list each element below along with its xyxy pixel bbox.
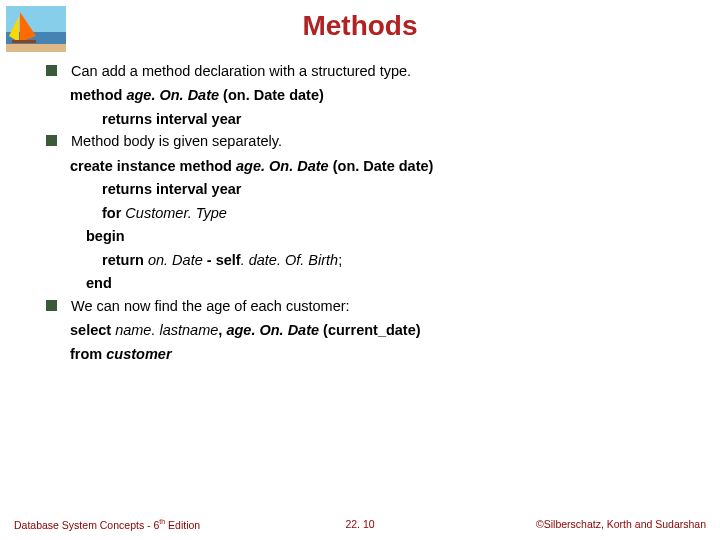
square-bullet-icon <box>46 300 57 311</box>
bullet-text: Can add a method declaration with a stru… <box>71 60 411 82</box>
punct: ; <box>338 252 342 268</box>
logo-image <box>6 6 66 52</box>
kw: for <box>102 205 125 221</box>
footer-text: Edition <box>165 518 200 530</box>
footer-copyright: ©Silberschatz, Korth and Sudarshan <box>375 518 706 530</box>
bullet-text: Method body is given separately. <box>71 130 282 152</box>
ident: age. On. Date <box>226 322 323 338</box>
kw: select <box>70 322 115 338</box>
op: - <box>207 252 216 268</box>
bullet-item: We can now find the age of each customer… <box>46 295 674 317</box>
ident: age. On. Date <box>236 158 333 174</box>
ident: Customer. Type <box>125 205 227 221</box>
kw: from <box>70 346 106 362</box>
footer-left: Database System Concepts - 6th Edition <box>14 518 345 531</box>
code-line: method age. On. Date (on. Date date) <box>70 84 674 106</box>
code-line: returns interval year <box>102 178 674 200</box>
args: (current_date) <box>323 322 421 338</box>
square-bullet-icon <box>46 135 57 146</box>
svg-rect-2 <box>6 44 66 52</box>
ident: . date. Of. Birth <box>241 252 339 268</box>
code-line: from customer <box>70 343 674 365</box>
footer-text: Database System Concepts - 6 <box>14 518 159 530</box>
slide-footer: Database System Concepts - 6th Edition 2… <box>0 518 720 531</box>
svg-rect-5 <box>12 40 36 43</box>
ident: on. Date <box>148 252 207 268</box>
kw: create instance method <box>70 158 236 174</box>
kw: method <box>70 87 126 103</box>
slide-title: Methods <box>0 0 720 60</box>
bullet-item: Method body is given separately. <box>46 130 674 152</box>
code-line: end <box>86 272 674 294</box>
kw: self <box>216 252 241 268</box>
ident: name. lastname <box>115 322 218 338</box>
args: (on. Date date) <box>333 158 434 174</box>
bullet-text: We can now find the age of each customer… <box>71 295 350 317</box>
ident: age. On. Date <box>126 87 223 103</box>
square-bullet-icon <box>46 65 57 76</box>
code-line: select name. lastname, age. On. Date (cu… <box>70 319 674 341</box>
kw: return <box>102 252 148 268</box>
code-line: begin <box>86 225 674 247</box>
slide-content: Can add a method declaration with a stru… <box>0 60 720 365</box>
code-line: create instance method age. On. Date (on… <box>70 155 674 177</box>
code-line: returns interval year <box>102 108 674 130</box>
footer-page-number: 22. 10 <box>345 518 374 530</box>
ident: customer <box>106 346 171 362</box>
code-line: return on. Date - self. date. Of. Birth; <box>102 249 674 271</box>
code-line: for Customer. Type <box>102 202 674 224</box>
args: (on. Date date) <box>223 87 324 103</box>
slide-root: Methods Can add a method declaration wit… <box>0 0 720 540</box>
bullet-item: Can add a method declaration with a stru… <box>46 60 674 82</box>
